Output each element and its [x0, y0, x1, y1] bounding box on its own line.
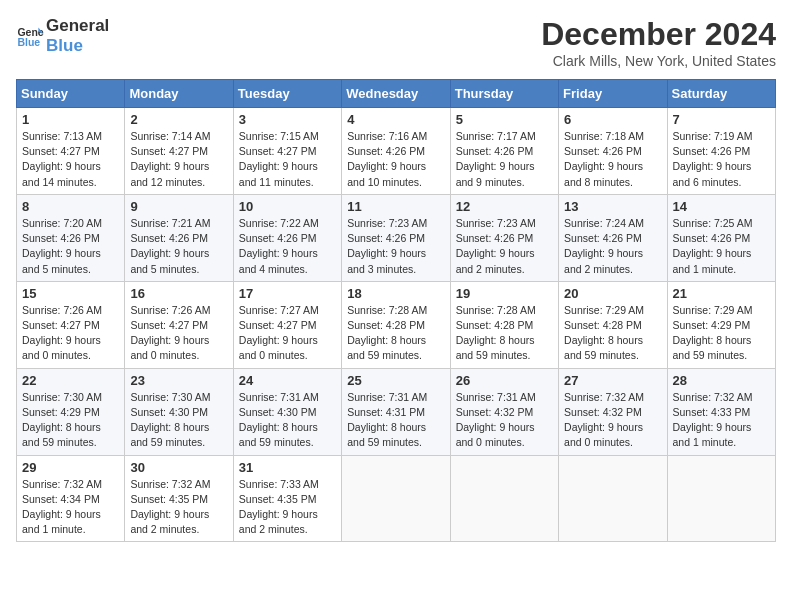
day-info: Sunrise: 7:16 AMSunset: 4:26 PMDaylight:… [347, 129, 444, 190]
sunrise-text: Sunrise: 7:32 AM [130, 478, 210, 490]
calendar-cell: 17Sunrise: 7:27 AMSunset: 4:27 PMDayligh… [233, 281, 341, 368]
title-area: December 2024 Clark Mills, New York, Uni… [541, 16, 776, 69]
weekday-wednesday: Wednesday [342, 80, 450, 108]
daylight-text: Daylight: 8 hours and 59 minutes. [239, 421, 318, 448]
sunrise-text: Sunrise: 7:14 AM [130, 130, 210, 142]
logo-general: General [46, 16, 109, 36]
calendar-cell: 9Sunrise: 7:21 AMSunset: 4:26 PMDaylight… [125, 194, 233, 281]
day-number: 24 [239, 373, 336, 388]
sunset-text: Sunset: 4:26 PM [673, 145, 751, 157]
day-number: 14 [673, 199, 770, 214]
day-number: 20 [564, 286, 661, 301]
daylight-text: Daylight: 8 hours and 59 minutes. [347, 421, 426, 448]
day-number: 6 [564, 112, 661, 127]
day-number: 23 [130, 373, 227, 388]
sunrise-text: Sunrise: 7:29 AM [673, 304, 753, 316]
day-info: Sunrise: 7:32 AMSunset: 4:34 PMDaylight:… [22, 477, 119, 538]
daylight-text: Daylight: 9 hours and 10 minutes. [347, 160, 426, 187]
daylight-text: Daylight: 9 hours and 3 minutes. [347, 247, 426, 274]
day-info: Sunrise: 7:14 AMSunset: 4:27 PMDaylight:… [130, 129, 227, 190]
sunset-text: Sunset: 4:27 PM [239, 145, 317, 157]
day-number: 29 [22, 460, 119, 475]
daylight-text: Daylight: 9 hours and 1 minute. [673, 421, 752, 448]
calendar-cell: 3Sunrise: 7:15 AMSunset: 4:27 PMDaylight… [233, 108, 341, 195]
logo-blue: Blue [46, 36, 109, 56]
sunset-text: Sunset: 4:27 PM [22, 145, 100, 157]
sunset-text: Sunset: 4:28 PM [347, 319, 425, 331]
calendar-cell: 18Sunrise: 7:28 AMSunset: 4:28 PMDayligh… [342, 281, 450, 368]
daylight-text: Daylight: 9 hours and 14 minutes. [22, 160, 101, 187]
sunrise-text: Sunrise: 7:23 AM [456, 217, 536, 229]
calendar-cell [450, 455, 558, 542]
day-info: Sunrise: 7:23 AMSunset: 4:26 PMDaylight:… [347, 216, 444, 277]
daylight-text: Daylight: 8 hours and 59 minutes. [673, 334, 752, 361]
day-info: Sunrise: 7:30 AMSunset: 4:30 PMDaylight:… [130, 390, 227, 451]
sunrise-text: Sunrise: 7:30 AM [22, 391, 102, 403]
day-number: 2 [130, 112, 227, 127]
day-number: 21 [673, 286, 770, 301]
day-number: 19 [456, 286, 553, 301]
day-number: 30 [130, 460, 227, 475]
day-info: Sunrise: 7:26 AMSunset: 4:27 PMDaylight:… [130, 303, 227, 364]
daylight-text: Daylight: 8 hours and 59 minutes. [456, 334, 535, 361]
calendar-week-1: 1Sunrise: 7:13 AMSunset: 4:27 PMDaylight… [17, 108, 776, 195]
day-number: 4 [347, 112, 444, 127]
day-info: Sunrise: 7:13 AMSunset: 4:27 PMDaylight:… [22, 129, 119, 190]
day-number: 9 [130, 199, 227, 214]
calendar-cell: 14Sunrise: 7:25 AMSunset: 4:26 PMDayligh… [667, 194, 775, 281]
daylight-text: Daylight: 9 hours and 6 minutes. [673, 160, 752, 187]
svg-text:Blue: Blue [17, 36, 40, 48]
calendar-cell [667, 455, 775, 542]
sunrise-text: Sunrise: 7:29 AM [564, 304, 644, 316]
sunrise-text: Sunrise: 7:32 AM [564, 391, 644, 403]
calendar-cell: 1Sunrise: 7:13 AMSunset: 4:27 PMDaylight… [17, 108, 125, 195]
sunrise-text: Sunrise: 7:30 AM [130, 391, 210, 403]
day-number: 27 [564, 373, 661, 388]
calendar-cell: 16Sunrise: 7:26 AMSunset: 4:27 PMDayligh… [125, 281, 233, 368]
sunset-text: Sunset: 4:28 PM [456, 319, 534, 331]
calendar-cell [342, 455, 450, 542]
day-info: Sunrise: 7:15 AMSunset: 4:27 PMDaylight:… [239, 129, 336, 190]
day-info: Sunrise: 7:28 AMSunset: 4:28 PMDaylight:… [456, 303, 553, 364]
sunset-text: Sunset: 4:26 PM [673, 232, 751, 244]
sunrise-text: Sunrise: 7:31 AM [347, 391, 427, 403]
sunrise-text: Sunrise: 7:27 AM [239, 304, 319, 316]
weekday-tuesday: Tuesday [233, 80, 341, 108]
day-info: Sunrise: 7:19 AMSunset: 4:26 PMDaylight:… [673, 129, 770, 190]
daylight-text: Daylight: 8 hours and 59 minutes. [347, 334, 426, 361]
daylight-text: Daylight: 8 hours and 59 minutes. [22, 421, 101, 448]
day-info: Sunrise: 7:33 AMSunset: 4:35 PMDaylight:… [239, 477, 336, 538]
day-number: 22 [22, 373, 119, 388]
day-info: Sunrise: 7:31 AMSunset: 4:32 PMDaylight:… [456, 390, 553, 451]
weekday-thursday: Thursday [450, 80, 558, 108]
sunrise-text: Sunrise: 7:28 AM [347, 304, 427, 316]
calendar-cell: 25Sunrise: 7:31 AMSunset: 4:31 PMDayligh… [342, 368, 450, 455]
sunset-text: Sunset: 4:26 PM [456, 145, 534, 157]
day-number: 5 [456, 112, 553, 127]
sunset-text: Sunset: 4:27 PM [130, 319, 208, 331]
day-info: Sunrise: 7:32 AMSunset: 4:35 PMDaylight:… [130, 477, 227, 538]
sunset-text: Sunset: 4:31 PM [347, 406, 425, 418]
daylight-text: Daylight: 9 hours and 8 minutes. [564, 160, 643, 187]
calendar-cell: 8Sunrise: 7:20 AMSunset: 4:26 PMDaylight… [17, 194, 125, 281]
sunset-text: Sunset: 4:27 PM [239, 319, 317, 331]
day-info: Sunrise: 7:30 AMSunset: 4:29 PMDaylight:… [22, 390, 119, 451]
calendar-cell: 31Sunrise: 7:33 AMSunset: 4:35 PMDayligh… [233, 455, 341, 542]
daylight-text: Daylight: 8 hours and 59 minutes. [130, 421, 209, 448]
sunrise-text: Sunrise: 7:25 AM [673, 217, 753, 229]
daylight-text: Daylight: 9 hours and 0 minutes. [456, 421, 535, 448]
sunset-text: Sunset: 4:34 PM [22, 493, 100, 505]
day-info: Sunrise: 7:27 AMSunset: 4:27 PMDaylight:… [239, 303, 336, 364]
day-number: 8 [22, 199, 119, 214]
daylight-text: Daylight: 9 hours and 9 minutes. [456, 160, 535, 187]
weekday-header: SundayMondayTuesdayWednesdayThursdayFrid… [17, 80, 776, 108]
calendar-cell: 21Sunrise: 7:29 AMSunset: 4:29 PMDayligh… [667, 281, 775, 368]
calendar-cell: 29Sunrise: 7:32 AMSunset: 4:34 PMDayligh… [17, 455, 125, 542]
day-number: 18 [347, 286, 444, 301]
sunrise-text: Sunrise: 7:26 AM [130, 304, 210, 316]
day-info: Sunrise: 7:32 AMSunset: 4:32 PMDaylight:… [564, 390, 661, 451]
sunrise-text: Sunrise: 7:15 AM [239, 130, 319, 142]
day-number: 17 [239, 286, 336, 301]
sunset-text: Sunset: 4:26 PM [130, 232, 208, 244]
daylight-text: Daylight: 9 hours and 1 minute. [22, 508, 101, 535]
